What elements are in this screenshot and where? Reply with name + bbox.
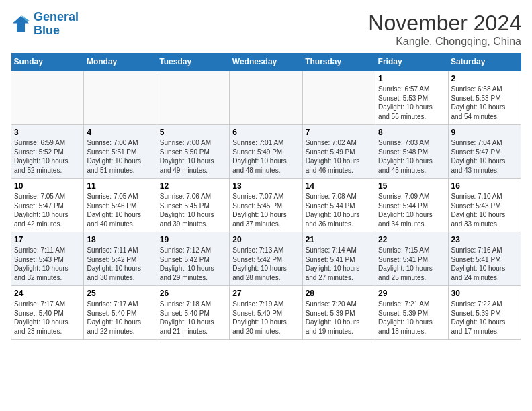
day-info: Sunrise: 7:03 AM Sunset: 5:48 PM Dayligh… [378,138,445,175]
day-number: 1 [378,74,445,83]
day-number: 24 [14,289,81,298]
calendar-cell: 21Sunrise: 7:14 AM Sunset: 5:41 PM Dayli… [302,232,375,286]
day-number: 12 [160,181,226,191]
day-info: Sunrise: 7:09 AM Sunset: 5:44 PM Dayligh… [378,192,445,228]
calendar-cell: 12Sunrise: 7:06 AM Sunset: 5:45 PM Dayli… [157,179,229,232]
day-info: Sunrise: 7:19 AM Sunset: 5:40 PM Dayligh… [232,300,299,336]
calendar-cell: 23Sunrise: 7:16 AM Sunset: 5:41 PM Dayli… [448,232,521,286]
day-info: Sunrise: 7:04 AM Sunset: 5:47 PM Dayligh… [451,138,518,175]
day-number: 21 [306,235,372,244]
day-number: 23 [451,235,518,244]
day-number: 19 [160,235,226,244]
logo: General Blue [11,11,79,38]
calendar-cell: 11Sunrise: 7:05 AM Sunset: 5:46 PM Dayli… [84,179,157,232]
day-info: Sunrise: 7:07 AM Sunset: 5:45 PM Dayligh… [232,192,299,228]
calendar-cell [302,71,375,125]
day-info: Sunrise: 7:12 AM Sunset: 5:42 PM Dayligh… [160,246,226,282]
day-info: Sunrise: 7:17 AM Sunset: 5:40 PM Dayligh… [14,300,81,336]
calendar-cell: 27Sunrise: 7:19 AM Sunset: 5:40 PM Dayli… [230,286,302,340]
day-number: 30 [451,289,518,298]
day-info: Sunrise: 7:02 AM Sunset: 5:49 PM Dayligh… [306,138,372,175]
day-info: Sunrise: 7:16 AM Sunset: 5:41 PM Dayligh… [451,246,518,282]
calendar-cell: 18Sunrise: 7:11 AM Sunset: 5:42 PM Dayli… [84,232,157,286]
logo-line1: General [34,10,79,24]
day-number: 7 [306,128,372,137]
day-number: 25 [87,289,153,298]
day-info: Sunrise: 7:17 AM Sunset: 5:40 PM Dayligh… [87,300,153,336]
day-number: 8 [378,128,445,137]
calendar-cell: 16Sunrise: 7:10 AM Sunset: 5:43 PM Dayli… [448,179,521,232]
calendar-cell: 3Sunrise: 6:59 AM Sunset: 5:52 PM Daylig… [11,125,84,179]
weekday-header: Sunday [11,53,84,71]
logo-icon [11,14,31,34]
calendar-cell [11,71,84,125]
calendar-cell: 15Sunrise: 7:09 AM Sunset: 5:44 PM Dayli… [375,179,448,232]
day-info: Sunrise: 6:58 AM Sunset: 5:53 PM Dayligh… [451,85,518,121]
calendar-week-row: 1Sunrise: 6:57 AM Sunset: 5:53 PM Daylig… [11,71,521,125]
svg-marker-0 [13,16,29,32]
calendar-table: SundayMondayTuesdayWednesdayThursdayFrid… [11,53,521,340]
calendar-cell: 10Sunrise: 7:05 AM Sunset: 5:47 PM Dayli… [11,179,84,232]
day-number: 28 [306,289,372,298]
calendar-cell: 29Sunrise: 7:21 AM Sunset: 5:39 PM Dayli… [375,286,448,340]
calendar-cell: 28Sunrise: 7:20 AM Sunset: 5:39 PM Dayli… [302,286,375,340]
day-info: Sunrise: 7:00 AM Sunset: 5:50 PM Dayligh… [160,138,226,175]
day-info: Sunrise: 7:18 AM Sunset: 5:40 PM Dayligh… [160,300,226,336]
logo-line2: Blue [34,24,60,37]
weekday-header-row: SundayMondayTuesdayWednesdayThursdayFrid… [11,53,521,71]
page-header: General Blue November 2024 Kangle, Chong… [11,11,521,48]
calendar-cell: 24Sunrise: 7:17 AM Sunset: 5:40 PM Dayli… [11,286,84,340]
day-number: 3 [14,128,81,137]
day-info: Sunrise: 7:14 AM Sunset: 5:41 PM Dayligh… [306,246,372,282]
calendar-cell: 4Sunrise: 7:00 AM Sunset: 5:51 PM Daylig… [84,125,157,179]
day-number: 10 [14,181,81,191]
weekday-header: Saturday [448,53,521,71]
calendar-cell: 8Sunrise: 7:03 AM Sunset: 5:48 PM Daylig… [375,125,448,179]
calendar-cell [230,71,302,125]
calendar-week-row: 24Sunrise: 7:17 AM Sunset: 5:40 PM Dayli… [11,286,521,340]
day-info: Sunrise: 7:08 AM Sunset: 5:44 PM Dayligh… [306,192,372,228]
calendar-cell: 20Sunrise: 7:13 AM Sunset: 5:42 PM Dayli… [230,232,302,286]
calendar-cell: 6Sunrise: 7:01 AM Sunset: 5:49 PM Daylig… [230,125,302,179]
weekday-header: Friday [375,53,448,71]
weekday-header: Tuesday [157,53,229,71]
day-number: 22 [378,235,445,244]
day-info: Sunrise: 7:00 AM Sunset: 5:51 PM Dayligh… [87,138,153,175]
calendar-cell: 13Sunrise: 7:07 AM Sunset: 5:45 PM Dayli… [230,179,302,232]
calendar-cell: 9Sunrise: 7:04 AM Sunset: 5:47 PM Daylig… [448,125,521,179]
day-number: 6 [232,128,299,137]
day-number: 17 [14,235,81,244]
calendar-cell: 14Sunrise: 7:08 AM Sunset: 5:44 PM Dayli… [302,179,375,232]
calendar-week-row: 3Sunrise: 6:59 AM Sunset: 5:52 PM Daylig… [11,125,521,179]
calendar-cell: 2Sunrise: 6:58 AM Sunset: 5:53 PM Daylig… [448,71,521,125]
calendar-cell: 22Sunrise: 7:15 AM Sunset: 5:41 PM Dayli… [375,232,448,286]
day-number: 18 [87,235,153,244]
calendar-title: November 2024 [368,11,521,36]
calendar-week-row: 10Sunrise: 7:05 AM Sunset: 5:47 PM Dayli… [11,179,521,232]
day-number: 20 [232,235,299,244]
title-block: November 2024 Kangle, Chongqing, China [368,11,521,48]
day-info: Sunrise: 7:05 AM Sunset: 5:47 PM Dayligh… [14,192,81,228]
day-info: Sunrise: 6:57 AM Sunset: 5:53 PM Dayligh… [378,85,445,121]
day-info: Sunrise: 7:13 AM Sunset: 5:42 PM Dayligh… [232,246,299,282]
calendar-cell: 1Sunrise: 6:57 AM Sunset: 5:53 PM Daylig… [375,71,448,125]
logo-text: General Blue [34,11,79,38]
day-info: Sunrise: 7:06 AM Sunset: 5:45 PM Dayligh… [160,192,226,228]
calendar-cell [157,71,229,125]
calendar-cell: 25Sunrise: 7:17 AM Sunset: 5:40 PM Dayli… [84,286,157,340]
weekday-header: Thursday [302,53,375,71]
calendar-cell: 7Sunrise: 7:02 AM Sunset: 5:49 PM Daylig… [302,125,375,179]
day-number: 27 [232,289,299,298]
day-info: Sunrise: 7:10 AM Sunset: 5:43 PM Dayligh… [451,192,518,228]
day-number: 26 [160,289,226,298]
day-number: 14 [306,181,372,191]
calendar-week-row: 17Sunrise: 7:11 AM Sunset: 5:43 PM Dayli… [11,232,521,286]
weekday-header: Monday [84,53,157,71]
calendar-subtitle: Kangle, Chongqing, China [368,36,521,48]
day-number: 11 [87,181,153,191]
day-info: Sunrise: 7:22 AM Sunset: 5:39 PM Dayligh… [451,300,518,336]
day-info: Sunrise: 7:21 AM Sunset: 5:39 PM Dayligh… [378,300,445,336]
day-number: 29 [378,289,445,298]
day-info: Sunrise: 7:01 AM Sunset: 5:49 PM Dayligh… [232,138,299,175]
day-info: Sunrise: 7:15 AM Sunset: 5:41 PM Dayligh… [378,246,445,282]
